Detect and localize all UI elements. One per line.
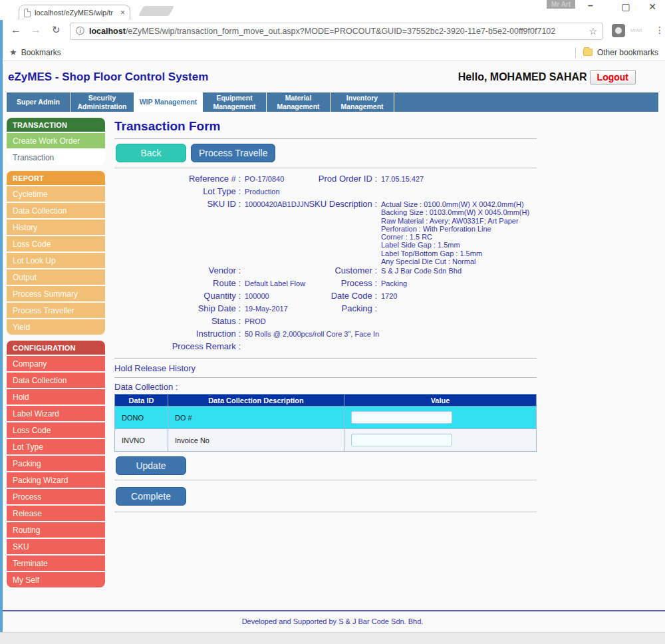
sidebar-item-output[interactable]: Output — [7, 269, 105, 285]
bottom-strip — [0, 632, 665, 644]
content-area: TRANSACTIONCreate Work OrderTransactionR… — [0, 112, 665, 593]
form-row: Reference # : PO-17/0840 Prod Order ID :… — [114, 174, 537, 186]
sidebar-item-loss-code[interactable]: Loss Code — [7, 236, 105, 251]
complete-row: Complete — [114, 480, 537, 512]
back-button[interactable]: Back — [116, 144, 186, 162]
process-traveller-button[interactable]: Process Travelle — [191, 144, 275, 162]
process-remark-value — [241, 341, 537, 343]
nav-tab-security-administration[interactable]: Security Administration — [70, 92, 134, 112]
form-row: Vendor : Customer : S & J Bar Code Sdn B… — [114, 265, 537, 278]
window-minimize-button[interactable]: – — [582, 0, 599, 11]
sidebar-item-sku[interactable]: SKU — [7, 539, 105, 554]
table-header-row: Data ID Data Collection Description Valu… — [115, 395, 537, 406]
app-title: eZyMES - Shop Floor Control System — [8, 71, 208, 84]
page-info-icon[interactable]: ⓘ — [76, 25, 84, 37]
sidebar-item-process-summary[interactable]: Process Summary — [7, 286, 105, 301]
ship-date-label: Ship Date : — [114, 303, 241, 313]
browser-reload-button[interactable]: ↻ — [52, 24, 61, 36]
extension-icon[interactable] — [612, 24, 625, 37]
nav-tab-inventory-management[interactable]: Inventory Management — [331, 92, 394, 112]
sidebar-item-yield[interactable]: Yield — [7, 319, 105, 335]
sidebar-item-label-wizard[interactable]: Label Wizard — [7, 406, 105, 421]
sidebar-item-packing-wizard[interactable]: Packing Wizard — [7, 472, 105, 488]
page-title: Transaction Form — [114, 119, 537, 134]
quantity-label: Quantity : — [114, 291, 241, 301]
data-collection-label: Data Collection : — [114, 378, 537, 394]
browser-forward-button[interactable]: → — [31, 24, 41, 36]
route-label: Route : — [114, 278, 241, 288]
main-panel: Transaction Form Back Process Travelle R… — [114, 118, 537, 512]
nav-tab-super-admin[interactable]: Super Admin — [7, 92, 70, 112]
action-row: Back Process Travelle — [114, 139, 537, 168]
sidebar-item-loss-code[interactable]: Loss Code — [7, 422, 105, 438]
logout-button[interactable]: Logout — [590, 70, 636, 84]
sidebar-group-transaction: TRANSACTIONCreate Work OrderTransaction — [7, 118, 105, 165]
tab-title: localhost/eZyMES/wip/tr — [35, 9, 113, 17]
bookmark-star-icon[interactable]: ☆ — [589, 26, 597, 37]
sidebar-item-lot-look-up[interactable]: Lot Look Up — [7, 253, 105, 268]
process-label: Process : — [307, 278, 377, 288]
sidebar-item-data-collection[interactable]: Data Collection — [7, 203, 105, 218]
new-tab-button[interactable] — [138, 6, 174, 16]
nav-tab-wip-management[interactable]: WIP Management — [134, 92, 203, 112]
sidebar-item-history[interactable]: History — [7, 220, 105, 235]
sidebar-item-my-self[interactable]: My Self — [7, 572, 105, 587]
bookmarks-star-icon: ★ — [9, 47, 17, 57]
sidebar-item-hold[interactable]: Hold — [7, 389, 105, 404]
sku-id-value: 10000420AB1DJJN — [241, 199, 307, 208]
sidebar-item-transaction[interactable]: Transaction — [7, 150, 105, 165]
window-maximize-button[interactable]: ▢ — [617, 1, 634, 12]
process-value: Packing — [377, 278, 537, 287]
nav-tab-equipment-management[interactable]: Equipment Management — [203, 92, 267, 112]
browser-tab[interactable]: localhost/eZyMES/wip/tr × — [19, 5, 130, 20]
complete-button[interactable]: Complete — [116, 487, 186, 506]
sidebar-item-packing[interactable]: Packing — [7, 456, 105, 471]
date-code-label: Date Code : — [307, 291, 377, 301]
url-text[interactable]: localhost/eZyMES/wip/transaction_form_mo… — [89, 27, 584, 36]
address-bar[interactable]: ⓘ localhost/eZyMES/wip/transaction_form_… — [70, 23, 603, 40]
browser-toolbar: ← → ↻ ⓘ localhost/eZyMES/wip/transaction… — [0, 20, 665, 44]
table-row-invno: INVNO Invoice No — [115, 429, 537, 452]
lot-type-value: Production — [241, 186, 307, 196]
browser-menu-icon[interactable]: ⋮ — [655, 25, 664, 35]
sku-id-label: SKU ID : — [114, 199, 241, 209]
sku-description-value: Actual Size : 0100.0mm(W) X 0042.0mm(H) … — [377, 199, 537, 265]
window-left-border — [0, 20, 3, 632]
tab-close-icon[interactable]: × — [120, 8, 125, 17]
column-header-value: Value — [344, 395, 537, 406]
sidebar-header-report: REPORT — [7, 171, 105, 185]
url-path: /eZyMES/wip/transaction_form_move_out.as… — [126, 27, 555, 36]
status-label: Status : — [114, 316, 241, 326]
app-header: eZyMES - Shop Floor Control System Hello… — [0, 62, 665, 92]
nav-tab-material-management[interactable]: Material Management — [267, 92, 331, 112]
form-row: Ship Date : 19-May-2017 Packing : — [114, 303, 537, 316]
update-button[interactable]: Update — [116, 456, 186, 475]
small-watermark: MrArt — [630, 28, 642, 33]
bookmarks-label[interactable]: Bookmarks — [21, 48, 61, 57]
sidebar-item-cycletime[interactable]: Cycletime — [7, 186, 105, 202]
invno-value-input[interactable] — [351, 434, 452, 446]
sidebar-item-create-work-order[interactable]: Create Work Order — [7, 133, 105, 148]
update-row: Update — [114, 452, 537, 480]
sku-description-label: SKU Description : — [307, 199, 377, 209]
lot-type-label: Lot Type : — [114, 186, 241, 196]
sidebar-item-company[interactable]: Company — [7, 356, 105, 371]
sidebar-item-terminate[interactable]: Terminate — [7, 556, 105, 571]
sidebar-item-process[interactable]: Process — [7, 489, 105, 504]
dono-value-input[interactable] — [351, 411, 452, 424]
prod-order-label: Prod Order ID : — [307, 174, 377, 184]
divider — [114, 512, 537, 512]
table-row-dono: DONO DO # — [115, 406, 537, 429]
bookmarks-separator — [575, 47, 576, 58]
sidebar-item-lot-type[interactable]: Lot Type — [7, 439, 105, 454]
sidebar-item-process-traveller[interactable]: Process Traveller — [7, 303, 105, 318]
other-bookmarks-label[interactable]: Other bookmarks — [597, 48, 658, 57]
window-close-button[interactable]: ✕ — [644, 1, 661, 12]
reference-label: Reference # : — [114, 174, 241, 184]
sidebar-item-routing[interactable]: Routing — [7, 522, 105, 538]
browser-back-button[interactable]: ← — [11, 24, 21, 36]
sidebar-item-release[interactable]: Release — [7, 506, 105, 521]
form-row: Quantity : 100000 Date Code : 1720 — [114, 291, 537, 303]
data-id-cell: DONO — [115, 406, 168, 429]
sidebar-item-data-collection[interactable]: Data Collection — [7, 373, 105, 388]
